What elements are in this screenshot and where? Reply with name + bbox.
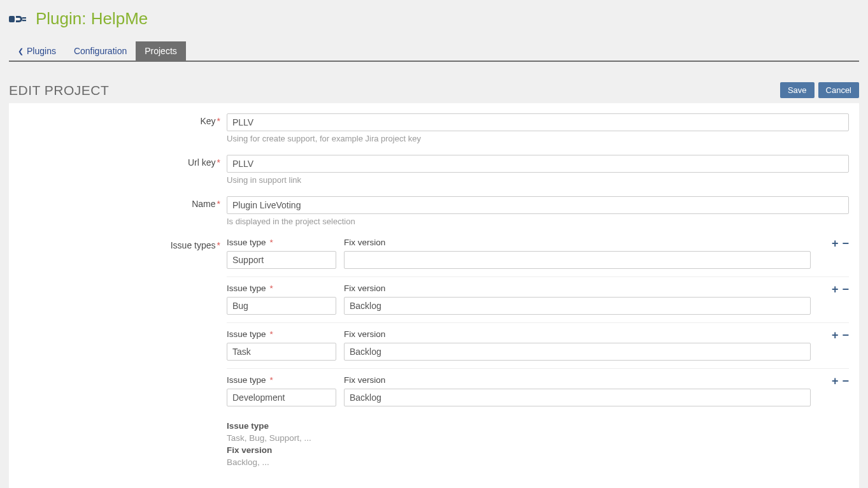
fix-version-col-label: Fix version xyxy=(344,238,811,247)
tab-label: Plugins xyxy=(27,46,56,56)
fix-version-input[interactable] xyxy=(344,297,811,315)
svg-rect-1 xyxy=(22,17,26,18)
url-key-input[interactable] xyxy=(227,155,849,173)
issue-type-col-label: Issue type* xyxy=(227,329,336,339)
add-row-icon[interactable]: + xyxy=(832,283,839,295)
tab-projects[interactable]: Projects xyxy=(136,41,186,61)
section-header: EDIT PROJECT Save Cancel xyxy=(9,82,859,98)
fix-version-input[interactable] xyxy=(344,343,811,361)
remove-row-icon[interactable]: − xyxy=(842,238,849,249)
tabs: ❮ Plugins Configuration Projects xyxy=(9,41,859,62)
tab-plugins-back[interactable]: ❮ Plugins xyxy=(9,41,65,61)
key-input[interactable] xyxy=(227,113,849,131)
name-label: Name* xyxy=(17,196,227,235)
issue-type-input[interactable] xyxy=(227,297,336,315)
name-input[interactable] xyxy=(227,196,849,214)
fix-version-col-label: Fix version xyxy=(344,375,811,385)
remove-row-icon[interactable]: − xyxy=(842,375,849,387)
issue-type-input[interactable] xyxy=(227,343,336,361)
edit-project-form: Key* Using for create support, for examp… xyxy=(9,103,859,488)
tab-label: Configuration xyxy=(74,46,127,56)
url-key-label: Url key* xyxy=(17,155,227,194)
issue-type-col-label: Issue type* xyxy=(227,283,336,293)
add-row-icon[interactable]: + xyxy=(832,238,839,249)
fix-version-input[interactable] xyxy=(344,251,811,269)
issue-type-input[interactable] xyxy=(227,389,336,406)
issue-type-input[interactable] xyxy=(227,251,336,269)
issue-type-col-label: Issue type* xyxy=(227,238,336,247)
svg-rect-0 xyxy=(9,16,15,22)
issue-type-row: Issue type* Fix version + − xyxy=(227,329,849,369)
key-label: Key* xyxy=(17,113,227,152)
fix-version-col-label: Fix version xyxy=(344,329,811,339)
chevron-left-icon: ❮ xyxy=(18,47,24,55)
remove-row-icon[interactable]: − xyxy=(842,283,849,295)
tab-label: Projects xyxy=(145,46,177,56)
add-row-icon[interactable]: + xyxy=(832,375,839,387)
page-title: Plugin: HelpMe xyxy=(36,9,148,29)
remove-row-icon[interactable]: − xyxy=(842,329,849,341)
issue-types-label: Issue types* xyxy=(17,238,227,469)
issue-type-row: Issue type* Fix version + − xyxy=(227,283,849,323)
plugin-icon xyxy=(9,12,27,26)
issue-type-col-label: Issue type* xyxy=(227,375,336,385)
tab-configuration[interactable]: Configuration xyxy=(65,41,136,61)
fix-version-col-label: Fix version xyxy=(344,283,811,293)
add-row-icon[interactable]: + xyxy=(832,329,839,341)
url-key-help: Using in support link xyxy=(227,175,849,185)
issue-type-row: Issue type* Fix version + − xyxy=(227,375,849,414)
cancel-button-top[interactable]: Cancel xyxy=(818,82,859,98)
fix-version-input[interactable] xyxy=(344,389,811,406)
key-help: Using for create support, for example Ji… xyxy=(227,134,849,143)
page-header: Plugin: HelpMe xyxy=(9,0,859,32)
issue-types-legend: Issue type Task, Bug, Support, ... Fix v… xyxy=(227,420,849,469)
section-title: EDIT PROJECT xyxy=(9,83,109,98)
svg-rect-2 xyxy=(22,20,26,21)
name-help: Is displayed in the project selection xyxy=(227,217,849,226)
save-button-top[interactable]: Save xyxy=(780,82,815,98)
issue-type-row: Issue type* Fix version + − xyxy=(227,238,849,277)
